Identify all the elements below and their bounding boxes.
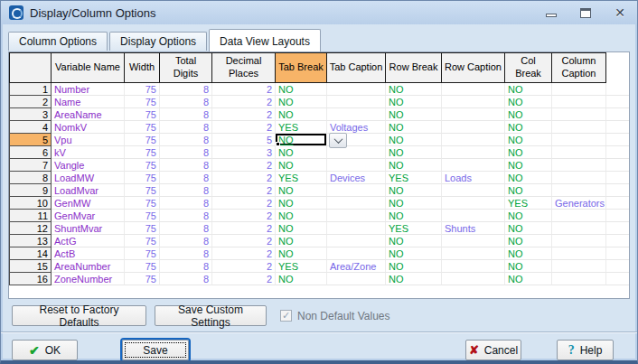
cell-column-caption[interactable] — [552, 235, 606, 247]
cell-row-caption[interactable]: Shunts — [442, 222, 505, 235]
cell-column-caption[interactable] — [552, 222, 606, 235]
cell-row-caption[interactable] — [442, 96, 505, 108]
cell-row-caption[interactable] — [442, 108, 505, 121]
cancel-button[interactable]: ✘ Cancel — [465, 340, 521, 360]
cell-total-digits[interactable]: 8 — [160, 222, 212, 235]
cell-column-caption[interactable] — [552, 273, 606, 285]
cell-total-digits[interactable]: 8 — [160, 121, 212, 134]
cell-decimal-places[interactable]: 2 — [212, 121, 276, 134]
cell-variable-name[interactable]: kV — [52, 146, 125, 159]
cell-decimal-places[interactable]: 2 — [212, 247, 276, 260]
row-number[interactable]: 9 — [9, 184, 52, 197]
maximize-button[interactable] — [576, 5, 596, 20]
column-header-width[interactable]: Width — [125, 52, 160, 83]
cell-tab-caption[interactable] — [327, 83, 386, 96]
cell-column-caption[interactable] — [552, 159, 606, 172]
cell-row-break[interactable]: NO — [386, 159, 442, 172]
save-custom-settings-button[interactable]: Save Custom Settings — [155, 305, 267, 326]
cell-total-digits[interactable]: 8 — [160, 172, 212, 184]
cell-total-digits[interactable]: 8 — [160, 260, 212, 273]
cell-row-caption[interactable] — [442, 184, 505, 197]
non-default-values-checkbox[interactable]: ✓ Non Default Values — [280, 310, 390, 322]
cell-variable-name[interactable]: Vangle — [52, 159, 125, 172]
row-number[interactable]: 15 — [9, 260, 52, 273]
column-header-variable-name[interactable]: Variable Name — [52, 52, 125, 83]
tab-data-view-layouts[interactable]: Data View Layouts — [209, 29, 321, 51]
cell-column-caption[interactable] — [552, 260, 606, 273]
ok-button[interactable]: ✔ OK — [12, 340, 78, 360]
cell-variable-name[interactable]: ZoneNumber — [52, 273, 125, 285]
cell-decimal-places[interactable]: 2 — [212, 96, 276, 108]
cell-width[interactable]: 75 — [125, 197, 160, 210]
row-number[interactable]: 12 — [9, 222, 52, 235]
column-header-row-selector[interactable] — [9, 52, 52, 83]
cell-width[interactable]: 75 — [125, 235, 160, 247]
cell-col-break[interactable]: NO — [505, 235, 552, 247]
cell-tab-caption[interactable]: Devices — [327, 172, 386, 184]
cell-variable-name[interactable]: GenMW — [52, 197, 125, 210]
cell-total-digits[interactable]: 8 — [160, 159, 212, 172]
cell-decimal-places[interactable]: 2 — [212, 83, 276, 96]
cell-col-break[interactable]: YES — [505, 197, 552, 210]
row-number[interactable]: 14 — [9, 247, 52, 260]
cell-row-caption[interactable] — [442, 273, 505, 285]
cell-tab-break[interactable]: NO — [276, 146, 327, 159]
cell-column-caption[interactable] — [552, 247, 606, 260]
cell-tab-break[interactable]: YES — [276, 260, 327, 273]
cell-col-break[interactable]: NO — [505, 146, 552, 159]
cell-total-digits[interactable]: 8 — [160, 134, 212, 146]
row-number[interactable]: 11 — [9, 210, 52, 222]
cell-col-break[interactable]: NO — [505, 210, 552, 222]
cell-row-caption[interactable] — [442, 210, 505, 222]
column-header-col-break[interactable]: Col Break — [505, 52, 552, 83]
cell-tab-break[interactable]: NO — [276, 96, 327, 108]
cell-variable-name[interactable]: Number — [52, 83, 125, 96]
cell-col-break[interactable]: NO — [505, 273, 552, 285]
cell-variable-name[interactable]: LoadMW — [52, 172, 125, 184]
minimize-button[interactable] — [541, 5, 561, 20]
cell-width[interactable]: 75 — [125, 159, 160, 172]
cell-column-caption[interactable] — [552, 134, 606, 146]
cell-row-caption[interactable] — [442, 247, 505, 260]
cell-column-caption[interactable] — [552, 83, 606, 96]
cell-width[interactable]: 75 — [125, 172, 160, 184]
cell-decimal-places[interactable]: 2 — [212, 260, 276, 273]
cell-row-caption[interactable] — [442, 83, 505, 96]
cell-variable-name[interactable]: AreaName — [52, 108, 125, 121]
row-number[interactable]: 10 — [9, 197, 52, 210]
cell-column-caption[interactable] — [552, 184, 606, 197]
cell-col-break[interactable]: NO — [505, 108, 552, 121]
cell-decimal-places[interactable]: 2 — [212, 197, 276, 210]
cell-decimal-places[interactable]: 5 — [212, 134, 276, 146]
cell-row-break[interactable]: NO — [386, 273, 442, 285]
cell-total-digits[interactable]: 8 — [160, 210, 212, 222]
cell-row-caption[interactable] — [442, 134, 505, 146]
cell-decimal-places[interactable]: 2 — [212, 108, 276, 121]
cell-decimal-places[interactable]: 2 — [212, 273, 276, 285]
cell-row-break[interactable]: NO — [386, 83, 442, 96]
cell-tab-caption[interactable] — [327, 197, 386, 210]
cell-col-break[interactable]: NO — [505, 159, 552, 172]
cell-row-break[interactable]: NO — [386, 210, 442, 222]
cell-tab-break[interactable]: NO — [276, 108, 327, 121]
row-number[interactable]: 6 — [9, 146, 52, 159]
cell-tab-break[interactable]: NO — [276, 197, 327, 210]
column-header-total-digits[interactable]: Total Digits — [160, 52, 212, 83]
cell-row-break[interactable]: NO — [386, 235, 442, 247]
cell-variable-name[interactable]: NomkV — [52, 121, 125, 134]
cell-total-digits[interactable]: 8 — [160, 197, 212, 210]
cell-row-break[interactable]: NO — [386, 134, 442, 146]
cell-col-break[interactable]: NO — [505, 83, 552, 96]
cell-variable-name[interactable]: Name — [52, 96, 125, 108]
cell-column-caption[interactable] — [552, 146, 606, 159]
cell-variable-name[interactable]: ActG — [52, 235, 125, 247]
cell-tab-break[interactable]: NO — [276, 247, 327, 260]
fill-handle[interactable] — [276, 142, 280, 146]
cell-total-digits[interactable]: 8 — [160, 184, 212, 197]
cell-decimal-places[interactable]: 2 — [212, 184, 276, 197]
cell-row-break[interactable]: NO — [386, 247, 442, 260]
column-header-column-caption[interactable]: Column Caption — [552, 52, 606, 83]
cell-column-caption[interactable] — [552, 96, 606, 108]
row-number[interactable]: 8 — [9, 172, 52, 184]
cell-variable-name[interactable]: LoadMvar — [52, 184, 125, 197]
